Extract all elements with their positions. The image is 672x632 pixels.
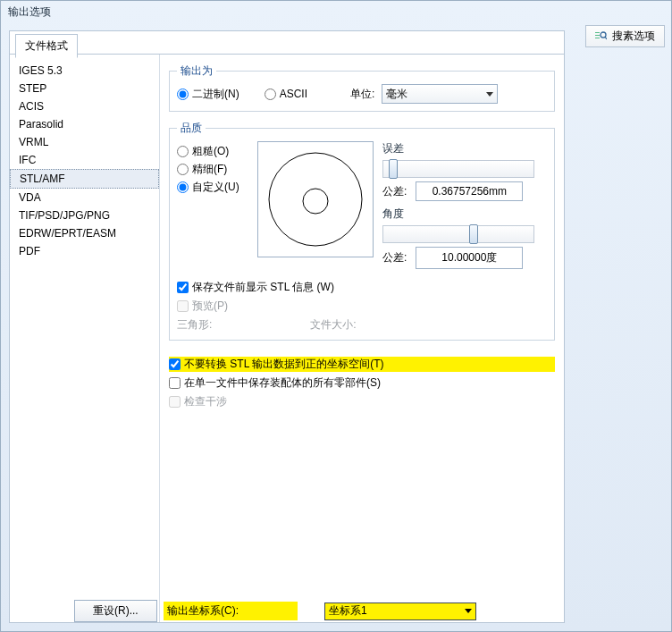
filesize-label: 文件大小:	[310, 317, 356, 333]
check-no-transform[interactable]: 不要转换 STL 输出数据到正的坐标空间(T)	[169, 357, 555, 372]
radio-coarse-label: 粗糙(O)	[192, 144, 229, 159]
angle-label: 角度	[382, 206, 547, 222]
svg-rect-0	[595, 32, 600, 33]
format-item[interactable]: STEP	[10, 80, 159, 97]
format-item[interactable]: IGES 5.3	[10, 62, 159, 80]
radio-fine-input[interactable]	[177, 164, 189, 175]
quality-preview-image	[257, 141, 374, 257]
format-item[interactable]: EDRW/EPRT/EASM	[10, 224, 159, 242]
format-item[interactable]: IFC	[10, 151, 159, 169]
radio-binary[interactable]: 二进制(N)	[177, 87, 239, 102]
dialog-window: 输出选项 搜素选项 文件格式 IGES 5.3STEPACISParasolid…	[0, 0, 672, 632]
radio-ascii-label: ASCII	[280, 88, 307, 100]
radio-custom[interactable]: 自定义(U)	[177, 180, 248, 195]
check-no-transform-input[interactable]	[169, 358, 181, 370]
svg-rect-1	[595, 35, 600, 36]
format-list: IGES 5.3STEPACISParasolidVRMLIFCSTL/AMFV…	[10, 55, 160, 622]
group-output-as: 输出为 二进制(N) ASCII 单位: 毫米	[169, 63, 555, 112]
check-preview-input	[177, 300, 189, 312]
radio-coarse[interactable]: 粗糙(O)	[177, 144, 248, 159]
titlebar: 输出选项	[1, 1, 671, 22]
check-interference-input	[169, 396, 181, 408]
group-quality: 品质 粗糙(O) 精细(F) 自定义(U) 误差	[169, 121, 555, 341]
format-item[interactable]: PDF	[10, 242, 159, 260]
deviation-slider-thumb[interactable]	[389, 159, 398, 179]
format-item[interactable]: VRML	[10, 133, 159, 151]
check-single-file[interactable]: 在单一文件中保存装配体的所有零部件(S)	[169, 375, 555, 391]
chevron-down-icon	[486, 92, 493, 97]
reset-button-label: 重设(R)...	[93, 604, 139, 617]
radio-custom-label: 自定义(U)	[192, 180, 239, 195]
window-title: 输出选项	[8, 5, 51, 18]
format-item[interactable]: Parasolid	[10, 115, 159, 133]
format-item[interactable]: TIF/PSD/JPG/PNG	[10, 206, 159, 224]
coord-system-select[interactable]: 坐标系1	[324, 603, 476, 620]
unit-label: 单位:	[350, 87, 374, 102]
settings-pane: 输出为 二进制(N) ASCII 单位: 毫米	[160, 55, 564, 622]
radio-fine[interactable]: 精细(F)	[177, 162, 248, 177]
check-show-stl-info[interactable]: 保存文件前显示 STL 信息 (W)	[177, 280, 547, 295]
deviation-tol-label: 公差:	[382, 184, 407, 199]
triangles-label: 三角形:	[177, 317, 212, 333]
format-item[interactable]: VDA	[10, 189, 159, 206]
coord-system-label: 输出坐标系(C):	[164, 602, 298, 620]
radio-ascii[interactable]: ASCII	[265, 88, 307, 100]
svg-point-6	[303, 189, 328, 214]
tab-file-format[interactable]: 文件格式	[15, 34, 78, 58]
format-item[interactable]: STL/AMF	[10, 169, 159, 189]
tab-label: 文件格式	[25, 39, 68, 52]
deviation-slider[interactable]	[382, 160, 534, 178]
deviation-tol-value[interactable]: 0.36757256mm	[416, 181, 523, 201]
check-show-stl-info-input[interactable]	[177, 282, 189, 293]
check-single-file-input[interactable]	[169, 377, 181, 389]
angle-slider[interactable]	[382, 225, 534, 243]
search-options-icon	[595, 31, 607, 41]
svg-point-5	[269, 153, 362, 246]
extra-options: 不要转换 STL 输出数据到正的坐标空间(T) 在单一文件中保存装配体的所有零部…	[169, 357, 555, 409]
chevron-down-icon	[465, 609, 472, 613]
radio-binary-input[interactable]	[177, 88, 189, 100]
check-no-transform-label: 不要转换 STL 输出数据到正的坐标空间(T)	[184, 357, 384, 372]
content-panel: 文件格式 IGES 5.3STEPACISParasolidVRMLIFCSTL…	[9, 30, 565, 623]
check-single-file-label: 在单一文件中保存装配体的所有零部件(S)	[184, 375, 381, 391]
group-quality-legend: 品质	[177, 121, 206, 136]
unit-select[interactable]: 毫米	[382, 84, 498, 104]
radio-coarse-input[interactable]	[177, 146, 189, 157]
check-preview: 预览(P)	[177, 299, 547, 314]
angle-slider-thumb[interactable]	[469, 224, 478, 244]
check-preview-label: 预览(P)	[192, 299, 228, 314]
deviation-label: 误差	[382, 141, 547, 156]
check-interference: 检查干涉	[169, 394, 555, 409]
format-item[interactable]: ACIS	[10, 97, 159, 115]
group-output-as-legend: 输出为	[177, 63, 216, 79]
tabstrip: 文件格式	[10, 31, 564, 55]
search-options-label: 搜素选项	[612, 29, 655, 44]
check-interference-label: 检查干涉	[184, 394, 227, 409]
angle-tol-value[interactable]: 10.00000度	[416, 247, 523, 269]
svg-rect-2	[595, 38, 600, 38]
radio-custom-input[interactable]	[177, 181, 189, 193]
reset-button[interactable]: 重设(R)...	[74, 600, 157, 622]
svg-line-4	[605, 37, 607, 39]
check-show-stl-info-label: 保存文件前显示 STL 信息 (W)	[192, 280, 334, 295]
unit-value: 毫米	[386, 87, 407, 102]
angle-tol-label: 公差:	[382, 250, 407, 265]
radio-binary-label: 二进制(N)	[192, 87, 239, 102]
coord-system-value: 坐标系1	[329, 603, 367, 619]
radio-ascii-input[interactable]	[265, 88, 276, 100]
search-options-button[interactable]: 搜素选项	[585, 25, 665, 47]
radio-fine-label: 精细(F)	[192, 162, 227, 177]
